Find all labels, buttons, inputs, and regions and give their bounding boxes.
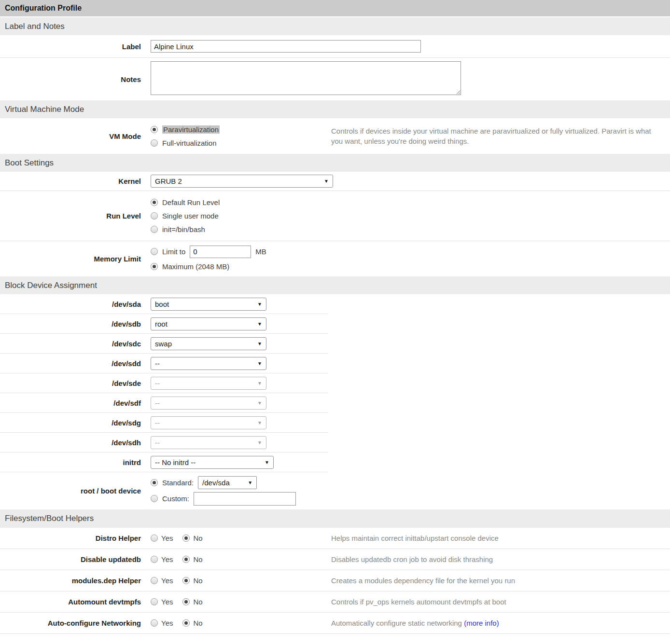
root-boot-custom-label[interactable]: Custom: [162,494,189,503]
notes-textarea[interactable] [151,61,461,95]
automount-devtmpfs-yes-radio[interactable] [151,598,158,605]
kernel-select[interactable]: GRUB 2 ▼ [151,175,333,188]
dropdown-arrow-icon: ▼ [257,420,262,425]
label-field-label: Label [0,42,146,51]
section-title: Block Device Assignment [5,281,97,290]
no-label[interactable]: No [193,534,202,542]
helper-help-text: Controls if pv_ops kernels automount dev… [331,597,670,607]
device-label: /dev/sdg [0,419,146,427]
vm-mode-label: VM Mode [0,132,146,140]
root-boot-custom-input[interactable] [194,492,296,506]
label-row: Label [0,35,670,58]
helper-row-disable-updatedb: Disable updatedb Yes No Disables updated… [0,549,670,570]
root-boot-standard-label[interactable]: Standard: [162,479,194,487]
no-label[interactable]: No [193,555,202,563]
device-select-value: -- [155,379,160,387]
run-level-init-bash-radio[interactable] [151,226,158,233]
run-level-single-user-label[interactable]: Single user mode [162,212,219,220]
disable-updatedb-no-radio[interactable] [182,556,190,563]
device-row-sdb: /dev/sdb root ▼ [0,314,670,334]
dropdown-arrow-icon: ▼ [257,361,262,366]
memory-limit-to-label[interactable]: Limit to [162,247,185,256]
modules-dep-yes-radio[interactable] [151,577,158,584]
root-boot-custom-radio[interactable] [151,495,158,502]
vm-mode-full-virtualization-radio[interactable] [151,139,158,147]
device-select-value: boot [155,300,169,308]
label-input[interactable] [151,40,421,53]
initrd-select[interactable]: -- No initrd -- ▼ [151,456,274,469]
auto-configure-networking-yes-radio[interactable] [151,619,158,627]
distro-helper-no-radio[interactable] [182,534,190,542]
automount-devtmpfs-no-radio[interactable] [182,598,190,605]
device-sda-select[interactable]: boot ▼ [151,298,266,311]
section-filesystem-boot-helpers: Filesystem/Boot Helpers [0,509,670,528]
initrd-label: initrd [0,458,146,466]
device-sdh-select: -- ▼ [151,436,266,449]
root-boot-standard-radio[interactable] [151,479,158,486]
auto-configure-networking-no-radio[interactable] [182,619,190,627]
no-label[interactable]: No [193,619,202,627]
memory-maximum-radio[interactable] [151,263,158,270]
device-label: /dev/sdh [0,438,146,447]
yes-label[interactable]: Yes [161,598,173,606]
section-title: Boot Settings [5,158,54,168]
kernel-label: Kernel [0,177,146,185]
device-select-value: -- [155,359,160,368]
yes-label[interactable]: Yes [161,534,173,542]
distro-helper-yes-radio[interactable] [151,534,158,542]
run-level-default-label[interactable]: Default Run Level [162,198,220,206]
device-select-value: -- [155,438,160,447]
memory-limit-input[interactable] [190,246,251,258]
vm-mode-full-virtualization-label[interactable]: Full-virtualization [162,139,217,147]
helper-help-text: Creates a modules dependency file for th… [331,575,670,586]
run-level-default-radio[interactable] [151,199,158,206]
helper-help-text: Disables updatedb cron job to avoid disk… [331,554,670,564]
more-info-link[interactable]: (more info) [464,619,499,627]
vm-mode-paravirtualization-radio[interactable] [151,126,158,133]
device-row-sde: /dev/sde -- ▼ [0,373,670,393]
yes-label[interactable]: Yes [161,576,173,585]
dropdown-arrow-icon: ▼ [257,400,262,406]
section-title: Filesystem/Boot Helpers [5,514,94,523]
device-sdb-select[interactable]: root ▼ [151,317,266,330]
root-boot-standard-select[interactable]: /dev/sda ▼ [198,476,257,489]
no-label[interactable]: No [193,576,202,585]
vm-mode-paravirtualization-label[interactable]: Paravirtualization [162,125,220,134]
helper-label: Automount devtmpfs [0,598,146,606]
notes-field-label: Notes [0,75,146,83]
run-level-init-bash-label[interactable]: init=/bin/bash [162,225,205,233]
device-select-value: -- [155,419,160,427]
yes-label[interactable]: Yes [161,619,173,627]
dropdown-arrow-icon: ▼ [324,178,329,184]
memory-limit-unit: MB [255,247,266,256]
page-title: Configuration Profile [5,4,82,13]
memory-limit-label: Memory Limit [0,255,146,263]
dropdown-arrow-icon: ▼ [248,480,252,485]
section-title: Label and Notes [5,22,65,31]
helper-label: Auto-configure Networking [0,619,146,627]
run-level-single-user-radio[interactable] [151,212,158,219]
kernel-row: Kernel GRUB 2 ▼ [0,172,670,191]
device-select-value: -- [155,399,160,407]
device-sdg-select: -- ▼ [151,416,266,429]
memory-maximum-label[interactable]: Maximum (2048 MB) [162,262,229,271]
helper-help-text: Automatically configure static networkin… [331,618,670,628]
device-sdc-select[interactable]: swap ▼ [151,337,266,350]
run-level-label: Run Level [0,212,146,220]
helper-label: Distro Helper [0,534,146,542]
device-sdd-select[interactable]: -- ▼ [151,357,266,370]
no-label[interactable]: No [193,598,202,606]
section-title: Virtual Machine Mode [5,105,84,114]
helper-label: Disable updatedb [0,555,146,563]
device-row-sda: /dev/sda boot ▼ [0,294,670,314]
modules-dep-no-radio[interactable] [182,577,190,584]
vm-mode-help-text: Controls if devices inside your virtual … [331,126,670,146]
dropdown-arrow-icon: ▼ [257,301,262,307]
yes-label[interactable]: Yes [161,555,173,563]
initrd-row: initrd -- No initrd -- ▼ [0,452,670,472]
device-label: /dev/sde [0,379,146,387]
helper-row-modules-dep: modules.dep Helper Yes No Creates a modu… [0,570,670,591]
memory-limit-to-radio[interactable] [151,248,158,255]
disable-updatedb-yes-radio[interactable] [151,556,158,563]
root-boot-standard-value: /dev/sda [202,479,230,487]
